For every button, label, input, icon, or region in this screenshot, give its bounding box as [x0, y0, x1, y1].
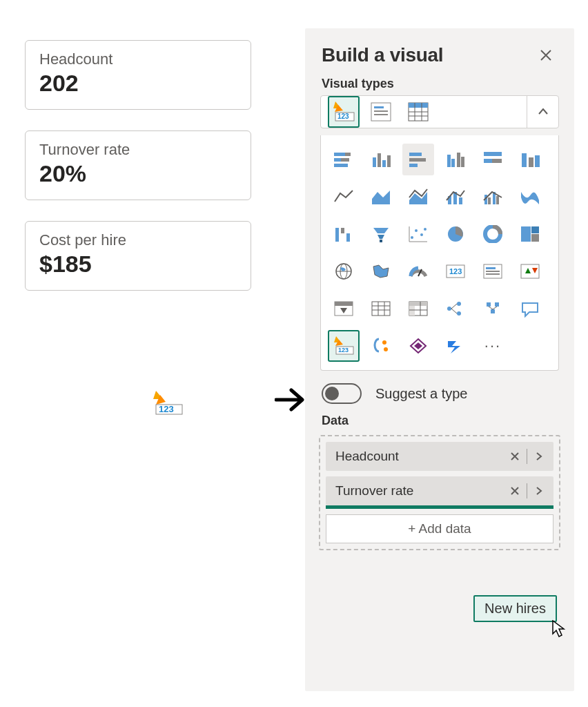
- kpi-value: 20%: [39, 160, 237, 187]
- visual-map[interactable]: [328, 255, 360, 287]
- visual-line-column[interactable]: [440, 181, 471, 213]
- drag-chip-new-hires: New hires: [473, 595, 557, 622]
- svg-rect-30: [447, 155, 451, 167]
- visual-matrix[interactable]: [402, 293, 434, 325]
- visual-paginated[interactable]: [365, 330, 397, 362]
- visual-pie[interactable]: [440, 218, 471, 250]
- svg-rect-54: [380, 240, 382, 242]
- svg-rect-64: [531, 226, 539, 233]
- visual-line-clustered-column[interactable]: [477, 181, 509, 213]
- visual-scatter[interactable]: [402, 218, 434, 250]
- visual-stacked-area[interactable]: [402, 181, 434, 213]
- visual-multi-row-card[interactable]: [477, 255, 509, 287]
- cursor-icon: [552, 620, 567, 641]
- visual-kpi[interactable]: [514, 255, 546, 287]
- svg-rect-24: [378, 153, 381, 167]
- visual-smart-narrative[interactable]: 123: [328, 96, 360, 128]
- kpi-card-cost[interactable]: Cost per hire $185: [25, 221, 251, 291]
- svg-point-92: [447, 307, 451, 311]
- svg-line-100: [489, 307, 493, 309]
- visual-column-compare[interactable]: [514, 144, 546, 175]
- svg-rect-80: [335, 302, 353, 306]
- svg-rect-31: [451, 159, 455, 167]
- svg-rect-11: [374, 114, 388, 115]
- kpi-card-turnover[interactable]: Turnover rate 20%: [25, 130, 251, 200]
- kpi-title: Cost per hire: [39, 231, 237, 249]
- drop-indicator: [326, 505, 553, 509]
- visual-line[interactable]: [328, 181, 360, 213]
- svg-rect-44: [459, 197, 462, 204]
- visual-qna[interactable]: [514, 293, 546, 325]
- visual-power-automate[interactable]: [440, 330, 471, 362]
- svg-rect-73: [486, 267, 496, 269]
- field-menu-button[interactable]: [527, 445, 551, 468]
- svg-rect-82: [372, 302, 390, 316]
- svg-point-93: [457, 302, 461, 306]
- remove-field-button[interactable]: [503, 479, 527, 503]
- close-button[interactable]: [534, 43, 558, 67]
- visual-area[interactable]: [365, 181, 397, 213]
- svg-rect-51: [346, 233, 350, 242]
- add-data-button[interactable]: + Add data: [326, 514, 553, 543]
- svg-rect-48: [496, 196, 499, 204]
- svg-rect-38: [529, 157, 533, 167]
- visual-types-pinned: 123: [320, 95, 559, 128]
- svg-rect-37: [522, 153, 527, 167]
- build-visual-panel: Build a visual Visual types 123 123123··…: [305, 28, 574, 691]
- visual-treemap[interactable]: [514, 218, 546, 250]
- kpi-value: 202: [39, 70, 237, 97]
- visual-clustered-column[interactable]: [365, 144, 397, 175]
- visual-card[interactable]: [365, 96, 397, 128]
- visual-decomposition-tree[interactable]: [440, 293, 471, 325]
- field-label: Turnover rate: [335, 483, 503, 498]
- field-label: Headcount: [335, 449, 503, 464]
- svg-rect-89: [409, 302, 427, 306]
- collapse-visual-types[interactable]: [527, 96, 558, 128]
- svg-marker-40: [372, 191, 390, 204]
- data-field-headcount[interactable]: Headcount: [326, 442, 553, 471]
- svg-line-95: [451, 304, 457, 309]
- kpi-title: Headcount: [39, 50, 237, 68]
- svg-rect-99: [491, 309, 495, 313]
- visual-stacked-bar[interactable]: [328, 144, 360, 175]
- visual-clustered-bar-h[interactable]: [440, 144, 471, 175]
- visual-table[interactable]: [365, 293, 397, 325]
- visual-gauge[interactable]: [402, 255, 434, 287]
- svg-rect-28: [409, 158, 426, 162]
- svg-rect-46: [488, 197, 491, 204]
- remove-field-button[interactable]: [503, 445, 527, 468]
- svg-line-96: [451, 309, 457, 313]
- visual-kpi-card[interactable]: 123: [440, 255, 471, 287]
- visual-smart-narrative[interactable]: 123: [328, 330, 360, 362]
- visual-funnel[interactable]: [365, 218, 397, 250]
- visual-more-button[interactable]: ···: [477, 330, 509, 362]
- visual-key-influencers[interactable]: [477, 293, 509, 325]
- data-field-turnover[interactable]: Turnover rate: [326, 476, 553, 505]
- visual-100-stacked-column[interactable]: [477, 144, 509, 175]
- visual-power-apps[interactable]: [402, 330, 434, 362]
- visual-donut[interactable]: [477, 218, 509, 250]
- panel-title: Build a visual: [322, 44, 443, 66]
- svg-rect-13: [409, 103, 428, 108]
- svg-rect-33: [461, 157, 464, 167]
- visual-table[interactable]: [402, 96, 434, 128]
- field-menu-button[interactable]: [527, 479, 551, 503]
- svg-rect-32: [457, 153, 460, 167]
- svg-rect-10: [374, 110, 388, 112]
- visual-types-label: Visual types: [305, 74, 574, 95]
- visual-stacked-bar-h[interactable]: [402, 144, 434, 175]
- svg-rect-74: [486, 271, 500, 272]
- visual-filled-map[interactable]: [365, 255, 397, 287]
- smart-narrative-icon: 123: [150, 389, 184, 420]
- suggest-type-toggle[interactable]: [322, 383, 362, 404]
- svg-text:123: 123: [449, 267, 462, 275]
- svg-rect-22: [334, 164, 348, 167]
- visual-waterfall[interactable]: [328, 218, 360, 250]
- data-fields-well[interactable]: Headcount Turnover rate + Add data: [319, 435, 560, 550]
- svg-rect-18: [334, 153, 345, 156]
- svg-point-55: [411, 236, 413, 239]
- svg-rect-26: [387, 155, 391, 167]
- visual-ribbon[interactable]: [514, 181, 546, 213]
- kpi-card-headcount[interactable]: Headcount 202: [25, 40, 251, 110]
- visual-slicer[interactable]: [328, 293, 360, 325]
